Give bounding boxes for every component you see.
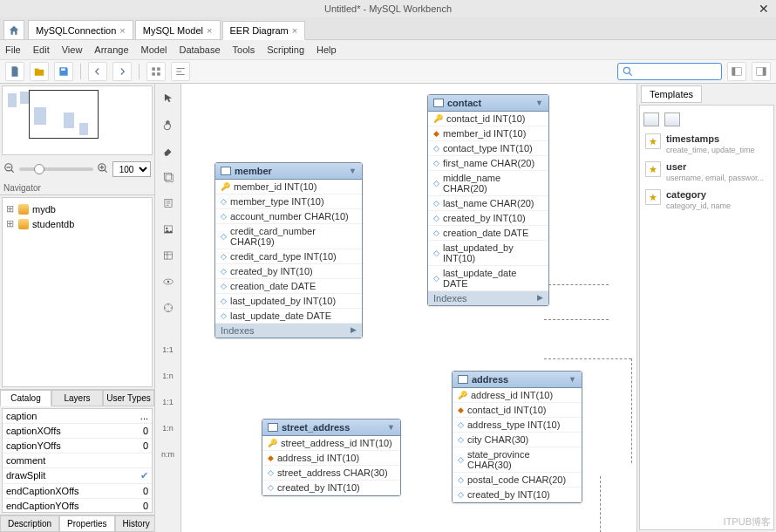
- column-row[interactable]: ◇first_name CHAR(20): [428, 156, 548, 171]
- column-row[interactable]: ◇created_by INT(10): [453, 488, 582, 502]
- tab-description[interactable]: Description: [0, 515, 59, 532]
- menu-model[interactable]: Model: [141, 44, 167, 55]
- eraser-tool[interactable]: [159, 141, 178, 160]
- relation-1-1-id-tool[interactable]: 1:1: [159, 392, 178, 412]
- relation-1-n-id-tool[interactable]: 1:n: [159, 419, 178, 438]
- tab-layers[interactable]: Layers: [51, 390, 103, 406]
- home-tab[interactable]: [3, 20, 24, 39]
- tab-model[interactable]: MySQL Model×: [135, 20, 221, 39]
- diagram-canvas[interactable]: member▼🔑member_id INT(10)◇member_type IN…: [181, 84, 636, 532]
- image-tool[interactable]: [159, 220, 178, 239]
- tab-properties[interactable]: Properties: [59, 515, 115, 532]
- schema-item[interactable]: ⊞mydb: [6, 201, 148, 216]
- search-box[interactable]: [617, 63, 722, 80]
- align-button[interactable]: [171, 62, 190, 81]
- expand-icon[interactable]: ⊞: [6, 203, 15, 215]
- schema-tree[interactable]: ⊞mydb ⊞studentdb: [2, 197, 153, 387]
- close-icon[interactable]: ×: [292, 25, 297, 36]
- column-row[interactable]: 🔑contact_id INT(10): [428, 112, 548, 126]
- hand-tool[interactable]: [159, 115, 178, 134]
- column-row[interactable]: ◆member_id INT(10): [428, 126, 548, 141]
- column-row[interactable]: ◇city CHAR(30): [453, 433, 582, 447]
- tab-catalog[interactable]: Catalog: [0, 390, 51, 406]
- column-row[interactable]: ◇created_by INT(10): [428, 211, 548, 226]
- tab-connection[interactable]: MySQLConnection×: [28, 20, 133, 39]
- column-row[interactable]: ◇middle_name CHAR(20): [428, 171, 548, 196]
- chevron-down-icon[interactable]: ▼: [387, 423, 395, 432]
- column-row[interactable]: ◇last_update_date DATE: [428, 266, 548, 291]
- search-input[interactable]: [637, 66, 707, 77]
- relation-n-m-tool[interactable]: n:m: [159, 445, 178, 464]
- layer-tool[interactable]: [159, 167, 178, 187]
- column-row[interactable]: ◇member_type INT(10): [215, 194, 362, 209]
- save-button[interactable]: [54, 62, 73, 81]
- column-row[interactable]: ◆address_id INT(10): [262, 451, 400, 466]
- column-row[interactable]: ◇address_type INT(10): [453, 418, 582, 433]
- close-icon[interactable]: ×: [119, 25, 125, 36]
- entity-address[interactable]: address▼🔑address_id INT(10)◆contact_id I…: [452, 371, 582, 503]
- menu-view[interactable]: View: [62, 44, 83, 55]
- tab-templates[interactable]: Templates: [641, 85, 702, 103]
- expand-icon[interactable]: ⊞: [6, 218, 15, 229]
- column-row[interactable]: ◆contact_id INT(10): [453, 403, 582, 418]
- entity-street_address[interactable]: street_address▼🔑street_address_id INT(10…: [262, 419, 401, 496]
- new-file-button[interactable]: [5, 62, 24, 81]
- entity-header[interactable]: street_address▼: [262, 419, 400, 436]
- menu-arrange[interactable]: Arrange: [94, 44, 128, 55]
- relation-1-1-tool[interactable]: 1:1: [159, 340, 178, 359]
- tab-eer-diagram[interactable]: EER Diagram×: [222, 21, 306, 40]
- close-icon[interactable]: ✕: [759, 0, 769, 17]
- panel-left-button[interactable]: [727, 62, 746, 81]
- column-row[interactable]: ◇credit_card_number CHAR(19): [215, 224, 362, 249]
- chevron-down-icon[interactable]: ▼: [349, 167, 357, 175]
- template-open-icon[interactable]: [664, 113, 680, 126]
- column-row[interactable]: ◇created_by INT(10): [262, 481, 400, 495]
- column-row[interactable]: ◇last_updated_by INT(10): [215, 294, 362, 309]
- column-row[interactable]: ◇street_address CHAR(30): [262, 466, 400, 481]
- indexes-row[interactable]: Indexes▶: [428, 291, 548, 305]
- entity-member[interactable]: member▼🔑member_id INT(10)◇member_type IN…: [214, 162, 363, 338]
- menu-file[interactable]: File: [5, 44, 21, 55]
- column-row[interactable]: ◇state_province CHAR(30): [453, 447, 582, 473]
- zoom-slider[interactable]: [19, 167, 93, 171]
- column-row[interactable]: ◇last_name CHAR(20): [428, 196, 548, 211]
- template-item[interactable]: ★ timestampscreate_time, update_time: [643, 130, 770, 158]
- entity-header[interactable]: address▼: [453, 372, 582, 388]
- chevron-down-icon[interactable]: ▼: [568, 375, 576, 384]
- tab-history[interactable]: History: [115, 515, 158, 532]
- open-file-button[interactable]: [30, 62, 49, 81]
- view-tool[interactable]: [159, 272, 178, 291]
- column-row[interactable]: ◇last_updated_by INT(10): [428, 241, 548, 266]
- column-row[interactable]: ◇created_by INT(10): [215, 264, 362, 279]
- menu-tools[interactable]: Tools: [233, 44, 255, 55]
- column-row[interactable]: ◇contact_type INT(10): [428, 141, 548, 156]
- grid-button[interactable]: [146, 62, 166, 81]
- column-row[interactable]: 🔑street_address_id INT(10): [262, 436, 400, 451]
- schema-item[interactable]: ⊞studentdb: [6, 216, 148, 231]
- entity-header[interactable]: contact▼: [428, 95, 548, 112]
- column-row[interactable]: ◇creation_date DATE: [428, 226, 548, 241]
- column-row[interactable]: 🔑address_id INT(10): [453, 388, 582, 403]
- close-icon[interactable]: ×: [207, 25, 212, 36]
- column-row[interactable]: ◇creation_date DATE: [215, 279, 362, 294]
- redo-button[interactable]: [112, 62, 132, 81]
- overview-map[interactable]: [2, 85, 153, 155]
- menu-edit[interactable]: Edit: [33, 44, 50, 55]
- column-row[interactable]: ◇postal_code CHAR(20): [453, 473, 582, 488]
- undo-button[interactable]: [88, 62, 107, 81]
- relation-1-n-tool[interactable]: 1:n: [159, 366, 178, 385]
- menu-scripting[interactable]: Scripting: [267, 44, 304, 55]
- zoom-out-icon[interactable]: [3, 162, 16, 177]
- column-row[interactable]: ◇credit_card_type INT(10): [215, 249, 362, 264]
- properties-grid[interactable]: caption... captionXOffs0 captionYOffs0 c…: [2, 408, 153, 513]
- column-row[interactable]: ◇account_number CHAR(10): [215, 209, 362, 224]
- template-item[interactable]: ★ categorycategory_id, name: [643, 186, 770, 214]
- note-tool[interactable]: [159, 194, 178, 213]
- indexes-row[interactable]: Indexes▶: [215, 324, 362, 338]
- column-row[interactable]: ◇last_update_date DATE: [215, 309, 362, 324]
- pointer-tool[interactable]: [159, 89, 178, 108]
- zoom-select[interactable]: 100: [112, 161, 151, 177]
- panel-right-button[interactable]: [752, 62, 771, 81]
- entity-header[interactable]: member▼: [215, 163, 362, 180]
- entity-contact[interactable]: contact▼🔑contact_id INT(10)◆member_id IN…: [427, 94, 549, 306]
